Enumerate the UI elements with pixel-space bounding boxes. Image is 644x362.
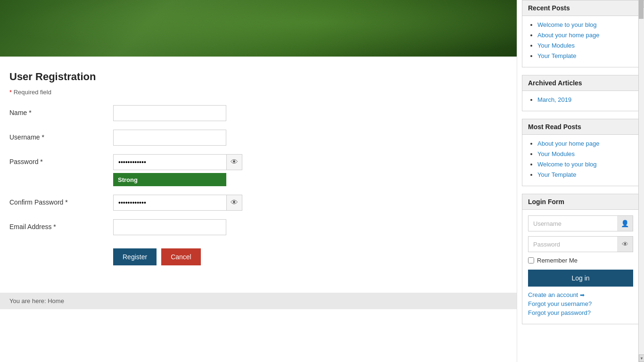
most-read-title: Most Read Posts: [522, 119, 639, 135]
registration-form-container: User Registration * Required field Name …: [0, 66, 517, 283]
password-input[interactable]: [113, 154, 226, 170]
recent-post-link-1[interactable]: Welcome to your blog: [537, 21, 597, 28]
required-asterisk: *: [9, 89, 12, 96]
remember-me-checkbox[interactable]: [528, 257, 534, 263]
scrollbar-thumb[interactable]: [639, 0, 644, 19]
confirm-password-input[interactable]: [113, 195, 226, 211]
confirm-password-input-wrapper: 👁: [113, 195, 273, 211]
remember-me-label: Remember Me: [537, 257, 578, 264]
recent-posts-title: Recent Posts: [522, 0, 639, 16]
list-item: Your Modules: [537, 150, 632, 157]
password-field: 👁 Strong: [113, 154, 273, 186]
toggle-password-button[interactable]: 👁: [226, 154, 242, 170]
login-form-title: Login Form: [522, 194, 639, 210]
email-label: Email Address *: [9, 219, 113, 230]
user-icon: 👤: [617, 215, 633, 231]
cancel-button[interactable]: Cancel: [161, 248, 201, 265]
arrow-right-icon: ➡: [580, 292, 585, 298]
username-label: Username *: [9, 130, 113, 141]
archived-articles-title: Archived Articles: [522, 75, 639, 91]
scrollbar-down-arrow[interactable]: ▼: [639, 354, 644, 362]
archived-list: March, 2019: [529, 96, 632, 103]
password-label-text: Password *: [9, 158, 43, 165]
create-account-link[interactable]: Create an account ➡: [528, 291, 633, 298]
email-label-text: Email Address *: [9, 223, 56, 230]
list-item: March, 2019: [537, 96, 632, 103]
username-input[interactable]: [113, 130, 226, 146]
email-input[interactable]: [113, 219, 226, 235]
forgot-password-link[interactable]: Forgot your password?: [528, 309, 633, 316]
scrollbar[interactable]: ▲ ▼: [638, 0, 644, 362]
button-row: Register Cancel: [9, 244, 507, 265]
recent-posts-section: Recent Posts Welcome to your blog About …: [522, 0, 639, 67]
required-text: Required field: [14, 89, 51, 96]
register-button[interactable]: Register: [113, 248, 157, 265]
sidebar: Recent Posts Welcome to your blog About …: [517, 0, 644, 362]
required-note: * Required field: [9, 89, 507, 96]
eye-icon-login: 👁: [617, 236, 633, 252]
login-password-wrapper: 👁: [528, 236, 633, 252]
most-read-link-4[interactable]: Your Template: [537, 171, 576, 178]
password-input-wrapper: 👁: [113, 154, 273, 170]
archived-articles-section: Archived Articles March, 2019: [522, 75, 639, 111]
password-label: Password *: [9, 154, 113, 165]
username-row: Username *: [9, 130, 507, 146]
strength-bar: Strong: [113, 173, 226, 186]
breadcrumb-prefix: You are here:: [9, 297, 46, 304]
name-label: Name *: [9, 105, 113, 116]
remember-me-row: Remember Me: [528, 257, 633, 264]
form-buttons: Register Cancel: [113, 248, 201, 265]
most-read-link-2[interactable]: Your Modules: [537, 150, 575, 157]
name-field: [113, 105, 273, 121]
login-form-body: 👤 👁 Remember Me Log in Create an account…: [522, 210, 639, 324]
confirm-password-label-text: Confirm Password *: [9, 198, 68, 206]
most-read-list: About your home page Your Modules Welcom…: [529, 140, 632, 178]
recent-posts-list: Welcome to your blog About your home pag…: [529, 21, 632, 59]
username-label-text: Username *: [9, 133, 44, 141]
main-content: User Registration * Required field Name …: [0, 0, 517, 362]
button-spacer: [9, 244, 113, 247]
most-read-link-3[interactable]: Welcome to your blog: [537, 161, 597, 168]
email-row: Email Address *: [9, 219, 507, 235]
most-read-section: Most Read Posts About your home page You…: [522, 119, 639, 186]
list-item: Welcome to your blog: [537, 160, 632, 168]
forgot-username-link[interactable]: Forgot your username?: [528, 300, 633, 307]
hero-image: [0, 0, 517, 57]
eye-icon: 👁: [231, 158, 238, 166]
name-label-text: Name *: [9, 109, 32, 116]
eye-icon-confirm: 👁: [231, 198, 238, 207]
breadcrumb: You are here: Home: [0, 293, 517, 309]
list-item: Your Template: [537, 171, 632, 178]
recent-post-link-2[interactable]: About your home page: [537, 32, 600, 39]
email-field: [113, 219, 273, 235]
list-item: Welcome to your blog: [537, 21, 632, 28]
name-input[interactable]: [113, 105, 226, 121]
list-item: About your home page: [537, 140, 632, 147]
password-row: Password * 👁 Strong: [9, 154, 507, 186]
list-item: About your home page: [537, 31, 632, 39]
form-title: User Registration: [9, 71, 507, 83]
create-account-text: Create an account: [528, 291, 578, 298]
list-item: Your Modules: [537, 41, 632, 49]
confirm-password-field: 👁: [113, 195, 273, 211]
confirm-password-row: Confirm Password * 👁: [9, 195, 507, 211]
breadcrumb-home[interactable]: Home: [48, 297, 64, 304]
archived-articles-body: March, 2019: [522, 91, 639, 111]
strength-label: Strong: [118, 176, 138, 183]
recent-post-link-4[interactable]: Your Template: [537, 52, 576, 59]
most-read-body: About your home page Your Modules Welcom…: [522, 135, 639, 186]
toggle-confirm-password-button[interactable]: 👁: [226, 195, 242, 211]
login-username-wrapper: 👤: [528, 215, 633, 231]
list-item: Your Template: [537, 52, 632, 59]
login-button[interactable]: Log in: [528, 270, 633, 287]
archived-link-1[interactable]: March, 2019: [537, 96, 571, 103]
login-links: Create an account ➡ Forgot your username…: [528, 291, 633, 316]
confirm-password-label: Confirm Password *: [9, 195, 113, 206]
username-field: [113, 130, 273, 146]
recent-posts-body: Welcome to your blog About your home pag…: [522, 16, 639, 67]
recent-post-link-3[interactable]: Your Modules: [537, 42, 575, 49]
login-form-section: Login Form 👤 👁 Remember Me Log in: [522, 194, 639, 324]
most-read-link-1[interactable]: About your home page: [537, 140, 600, 147]
name-row: Name *: [9, 105, 507, 121]
